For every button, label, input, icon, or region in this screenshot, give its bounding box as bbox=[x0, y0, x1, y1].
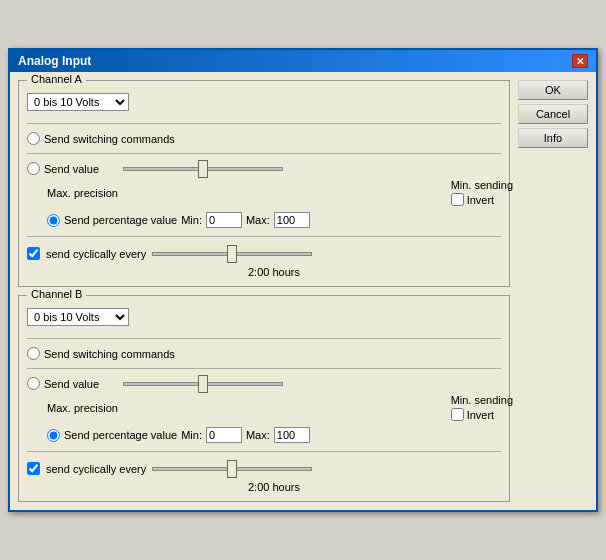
channel-a-send-value-radio[interactable] bbox=[27, 162, 40, 175]
channel-b-send-value-label[interactable]: Send value bbox=[44, 378, 99, 390]
window-title: Analog Input bbox=[18, 54, 91, 68]
channel-b-send-percentage-radio[interactable] bbox=[47, 429, 60, 442]
channel-a-send-value-row: Send value bbox=[27, 162, 501, 175]
channel-a-min-sending-label: Min. sending bbox=[451, 179, 513, 191]
main-content: Channel A 0 bis 10 Volts 0 bis 5 Volts -… bbox=[18, 80, 510, 502]
channel-a-send-switching-radio[interactable] bbox=[27, 132, 40, 145]
channel-b-voltage-select[interactable]: 0 bis 10 Volts 0 bis 5 Volts -10 bis 10 … bbox=[27, 308, 129, 326]
channel-a-max-label: Max: bbox=[246, 214, 270, 226]
channel-a-min-sending-part: Min. sending Invert bbox=[451, 179, 513, 206]
channel-b-min-sending-part: Min. sending Invert bbox=[451, 394, 513, 421]
channel-b-send-cyclic-label[interactable]: send cyclically every bbox=[46, 463, 146, 475]
channel-b-invert-row: Invert bbox=[451, 408, 495, 421]
channel-b-min-input[interactable] bbox=[206, 427, 242, 443]
channel-b-invert-checkbox[interactable] bbox=[451, 408, 464, 421]
channel-a-send-cyclic-row: send cyclically every bbox=[27, 247, 501, 260]
channel-a-send-percentage-row: Send percentage value Min: Max: bbox=[47, 212, 501, 228]
channel-b-voltage-row: 0 bis 10 Volts 0 bis 5 Volts -10 bis 10 … bbox=[27, 308, 501, 326]
cancel-button[interactable]: Cancel bbox=[518, 104, 588, 124]
channel-b-max-precision-label: Max. precision bbox=[47, 402, 127, 414]
channel-b-send-switching-row: Send switching commands bbox=[27, 347, 501, 360]
close-button[interactable]: ✕ bbox=[572, 54, 588, 68]
separator-3 bbox=[27, 236, 501, 237]
channel-a-send-percentage-label[interactable]: Send percentage value bbox=[64, 214, 177, 226]
separator-2 bbox=[27, 153, 501, 154]
channel-b-group: Channel B 0 bis 10 Volts 0 bis 5 Volts -… bbox=[18, 295, 510, 502]
channel-b-value-slider-container bbox=[123, 382, 501, 386]
channel-a-legend: Channel A bbox=[27, 73, 86, 85]
separator-6 bbox=[27, 451, 501, 452]
channel-a-send-switching-label[interactable]: Send switching commands bbox=[44, 133, 175, 145]
channel-a-max-input[interactable] bbox=[274, 212, 310, 228]
channel-b-cyclic-slider[interactable] bbox=[152, 467, 312, 471]
channel-a-cyclic-slider[interactable] bbox=[152, 252, 312, 256]
channel-a-min-label: Min: bbox=[181, 214, 202, 226]
channel-a-send-percentage-radio[interactable] bbox=[47, 214, 60, 227]
channel-a-min-input[interactable] bbox=[206, 212, 242, 228]
main-window: Analog Input ✕ Channel A 0 bis 10 Volts … bbox=[8, 48, 598, 512]
channel-a-voltage-row: 0 bis 10 Volts 0 bis 5 Volts -10 bis 10 … bbox=[27, 93, 501, 111]
channel-b-value-slider[interactable] bbox=[123, 382, 283, 386]
sidebar-buttons: OK Cancel Info bbox=[518, 80, 588, 502]
channel-a-precision-row: Max. precision Min. sending Invert bbox=[47, 179, 521, 206]
separator-5 bbox=[27, 368, 501, 369]
ok-button[interactable]: OK bbox=[518, 80, 588, 100]
channel-a-max-precision-label: Max. precision bbox=[47, 187, 127, 199]
window-body: Channel A 0 bis 10 Volts 0 bis 5 Volts -… bbox=[10, 72, 596, 510]
channel-b-time-label: 2:00 hours bbox=[47, 481, 501, 493]
channel-b-send-cyclic-row: send cyclically every bbox=[27, 462, 501, 475]
channel-a-group: Channel A 0 bis 10 Volts 0 bis 5 Volts -… bbox=[18, 80, 510, 287]
channel-b-precision-row: Max. precision Min. sending Invert bbox=[47, 394, 521, 421]
channel-b-send-value-radio[interactable] bbox=[27, 377, 40, 390]
channel-a-invert-row: Invert bbox=[451, 193, 495, 206]
info-button[interactable]: Info bbox=[518, 128, 588, 148]
channel-a-content: 0 bis 10 Volts 0 bis 5 Volts -10 bis 10 … bbox=[27, 93, 501, 278]
channel-b-precision-part: Max. precision bbox=[47, 402, 127, 414]
channel-b-send-percentage-row: Send percentage value Min: Max: bbox=[47, 427, 501, 443]
channel-b-content: 0 bis 10 Volts 0 bis 5 Volts -10 bis 10 … bbox=[27, 308, 501, 493]
channel-a-invert-checkbox[interactable] bbox=[451, 193, 464, 206]
separator-1 bbox=[27, 123, 501, 124]
channel-b-send-percentage-label[interactable]: Send percentage value bbox=[64, 429, 177, 441]
channel-b-send-switching-radio[interactable] bbox=[27, 347, 40, 360]
channel-a-time-label: 2:00 hours bbox=[47, 266, 501, 278]
channel-a-voltage-select[interactable]: 0 bis 10 Volts 0 bis 5 Volts -10 bis 10 … bbox=[27, 93, 129, 111]
channel-a-value-slider-container bbox=[123, 167, 501, 171]
channel-b-invert-label[interactable]: Invert bbox=[467, 409, 495, 421]
channel-b-min-sending-label: Min. sending bbox=[451, 394, 513, 406]
channel-b-send-value-row: Send value bbox=[27, 377, 501, 390]
channel-b-send-switching-label[interactable]: Send switching commands bbox=[44, 348, 175, 360]
channel-b-min-label: Min: bbox=[181, 429, 202, 441]
channel-a-send-cyclic-label[interactable]: send cyclically every bbox=[46, 248, 146, 260]
separator-4 bbox=[27, 338, 501, 339]
channel-b-max-label: Max: bbox=[246, 429, 270, 441]
channel-b-legend: Channel B bbox=[27, 288, 86, 300]
channel-a-send-switching-row: Send switching commands bbox=[27, 132, 501, 145]
title-bar: Analog Input ✕ bbox=[10, 50, 596, 72]
channel-b-send-cyclic-checkbox[interactable] bbox=[27, 462, 40, 475]
channel-a-invert-label[interactable]: Invert bbox=[467, 194, 495, 206]
channel-a-value-slider[interactable] bbox=[123, 167, 283, 171]
channel-a-send-value-label[interactable]: Send value bbox=[44, 163, 99, 175]
channel-a-send-cyclic-checkbox[interactable] bbox=[27, 247, 40, 260]
channel-a-precision-part: Max. precision bbox=[47, 187, 127, 199]
channel-b-max-input[interactable] bbox=[274, 427, 310, 443]
